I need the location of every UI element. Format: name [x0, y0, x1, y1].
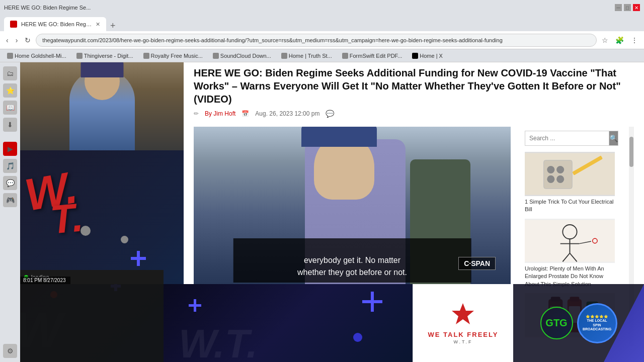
bookmark-label-5: FormSwift Edit PDF...	[350, 53, 403, 59]
caption-overlay: everybody get it. No matter whether they…	[233, 238, 471, 283]
ad-image-2	[525, 219, 615, 263]
bookmark-favicon-1	[76, 53, 83, 59]
pen-icon: ✏	[194, 110, 199, 117]
graphics-area: W. T. W	[20, 62, 184, 362]
bookmark-label-1: Thingiverse - Digit...	[84, 53, 133, 59]
svg-rect-22	[569, 306, 581, 323]
bookmark-2[interactable]: Royalty Free Music...	[140, 52, 206, 60]
article-image: everybody get it. No matter whether they…	[194, 127, 511, 300]
url-input[interactable]: thegatewaypundit.com/2023/08/here-we-go-…	[36, 34, 597, 47]
time-text: 8:01 PM 8/27/2023	[23, 278, 67, 283]
svg-point-3	[556, 166, 564, 173]
bookmark-label-2: Royalty Free Music...	[151, 53, 203, 59]
window-controls: ─ □ ✕	[615, 4, 640, 11]
sidebar-icon-7[interactable]: 🎮	[3, 193, 17, 207]
bookmark-label-0: Home Goldshell-Mi...	[15, 53, 66, 59]
animation-area: W. T. W	[20, 150, 184, 362]
tab-favicon	[10, 21, 17, 28]
forward-button[interactable]: ›	[14, 35, 20, 45]
sidebar-icon-2[interactable]: 📖	[3, 101, 17, 115]
scrollbar-thumb[interactable]	[629, 137, 633, 167]
right-sidebar: 🔍	[521, 127, 619, 346]
ad-text-1: 1 Simple Trick To Cut Your Electrical Bi…	[525, 198, 615, 214]
ad-image-1	[525, 152, 615, 196]
chiefnerd-text: CHIEFNERD	[201, 289, 233, 295]
svg-point-2	[547, 166, 554, 173]
sidebar-icon-1[interactable]: ⭐	[3, 83, 17, 98]
ad-image-3	[525, 293, 615, 337]
sidebar-icon-4[interactable]: ▶	[3, 142, 17, 156]
cspan-badge: C·SPAN	[458, 257, 496, 270]
ad-text-2: Urologist: Plenty of Men With An Enlarge…	[525, 265, 615, 288]
search-input[interactable]	[525, 131, 609, 146]
address-bar: ‹ › ↻ thegatewaypundit.com/2023/08/here-…	[0, 31, 644, 49]
bookmark-favicon-3	[213, 53, 219, 59]
ad-block-1[interactable]: 1 Simple Trick To Cut Your Electrical Bi…	[525, 152, 615, 214]
bookmark-3[interactable]: SoundCloud Down...	[210, 52, 274, 60]
comment-icon[interactable]: 💬	[326, 110, 334, 118]
caption-text: everybody get it. No matter whether they…	[297, 256, 407, 277]
ad-block-3[interactable]	[525, 293, 615, 337]
article-meta: ✏ By Jim Hoft 📅 Aug. 26, 2023 12:00 pm 💬	[194, 110, 634, 118]
restore-button[interactable]: □	[624, 4, 631, 11]
article-author[interactable]: By Jim Hoft	[205, 110, 235, 117]
grey-dot-1	[80, 226, 91, 236]
close-button[interactable]: ✕	[633, 4, 640, 11]
bookmark-4[interactable]: Home | Truth St...	[278, 52, 335, 60]
svg-point-5	[556, 175, 564, 183]
browser-chrome: HERE WE GO: Biden Regime Se... ─ □ ✕ HER…	[0, 0, 644, 62]
bookmark-label-6: Home | X	[420, 53, 443, 59]
ad-block-2[interactable]: Urologist: Plenty of Men With An Enlarge…	[525, 219, 615, 288]
bookmark-favicon-2	[143, 53, 149, 59]
webcam-panel	[20, 62, 184, 150]
red-dot-1	[50, 291, 57, 298]
minimize-button[interactable]: ─	[615, 4, 622, 11]
bookmark-label-3: SoundCloud Down...	[220, 53, 271, 59]
svg-rect-19	[570, 297, 580, 301]
bookmark-6[interactable]: Home | X	[409, 52, 446, 60]
article-main: everybody get it. No matter whether they…	[194, 127, 511, 346]
bookmark-0[interactable]: Home Goldshell-Mi...	[4, 52, 69, 60]
article-title: HERE WE GO: Biden Regime Seeks Additiona…	[194, 66, 634, 106]
back-button[interactable]: ‹	[4, 35, 11, 45]
bookmark-favicon-0	[7, 53, 13, 59]
bookmark-1[interactable]: Thingiverse - Digit...	[73, 52, 136, 60]
browser-menu[interactable]: ⋮	[629, 35, 640, 45]
tab-close-button[interactable]: ✕	[96, 21, 100, 28]
browser-sidebar: 🗂 ⭐ 📖 ⬇ ▶ 🎵 💬 🎮 ⚙	[0, 62, 20, 362]
active-tab[interactable]: HERE WE GO: Biden Regime Se... ✕	[4, 17, 106, 31]
search-icon: 🔍	[609, 134, 618, 142]
bookmark-label-4: Home | Truth St...	[289, 53, 332, 59]
calendar-icon: 📅	[242, 110, 249, 117]
article-link[interactable]: published insider information	[347, 307, 427, 314]
svg-rect-17	[551, 297, 560, 301]
tab-bar: HERE WE GO: Biden Regime Se... ✕ +	[0, 15, 644, 31]
scrollbar[interactable]	[629, 127, 634, 346]
search-button[interactable]: 🔍	[609, 131, 618, 146]
page-content: W. T. W	[20, 62, 644, 362]
sidebar-icon-6[interactable]: 💬	[3, 176, 17, 190]
svg-point-4	[547, 175, 554, 183]
reload-button[interactable]: ↻	[23, 35, 33, 45]
bookmark-favicon-5	[342, 53, 348, 59]
extensions-button[interactable]: 🧩	[613, 35, 626, 45]
cross-blue-1	[131, 251, 146, 266]
new-tab-button[interactable]: +	[106, 21, 120, 31]
time-display: 8:01 PM 8/27/2023	[20, 277, 70, 284]
bookmark-bar: Home Goldshell-Mi... Thingiverse - Digit…	[0, 49, 644, 62]
bookmark-star[interactable]: ☆	[600, 35, 610, 45]
chiefnerd-badge: CHIEFNERD	[201, 289, 233, 295]
bookmark-5[interactable]: FormSwift Edit PDF...	[339, 52, 406, 60]
sidebar-icon-5[interactable]: 🎵	[3, 159, 17, 173]
svg-rect-1	[544, 160, 573, 189]
bookmark-favicon-6	[412, 53, 418, 59]
svg-rect-21	[550, 306, 561, 323]
bookmark-favicon-4	[281, 53, 287, 59]
title-bar: HERE WE GO: Biden Regime Se... ─ □ ✕	[0, 0, 644, 15]
article-area: HERE WE GO: Biden Regime Seeks Additiona…	[184, 62, 644, 362]
article-body-text: The Gateway Pundit previously reported t…	[194, 305, 511, 335]
sidebar-icon-0[interactable]: 🗂	[3, 66, 17, 80]
sidebar-icon-3[interactable]: ⬇	[3, 118, 17, 132]
sidebar-icon-bottom[interactable]: ⚙	[3, 344, 17, 358]
article-text-1: The Gateway Pundit previously reported t…	[194, 307, 347, 314]
